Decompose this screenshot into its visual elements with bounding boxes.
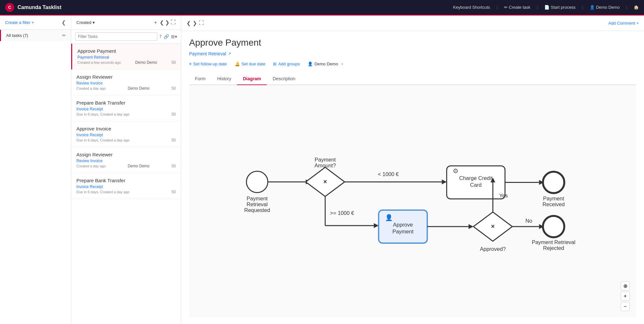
keyboard-shortcuts-link[interactable]: Keyboard Shortcuts — [453, 5, 490, 10]
zoom-in-btn[interactable]: + — [621, 292, 630, 301]
task-list-panel: Created ▾ + ❮ ❯ ⛶ 7 🔗 ⊞▾ Approve Payment… — [71, 16, 181, 324]
svg-text:No: No — [525, 218, 532, 224]
task-process: Review Invoice — [76, 159, 176, 163]
svg-text:Amount?: Amount? — [314, 162, 336, 168]
task-title: Approve Payment — [189, 38, 636, 48]
filter-bar: 7 🔗 ⊞▾ — [71, 30, 181, 44]
task-meta: Created a few seconds ago Demo Demo 50 — [77, 60, 176, 65]
task-process: Review Invoice — [76, 81, 176, 85]
remove-assignee-btn[interactable]: × — [341, 61, 344, 66]
add-groups-btn[interactable]: ⊞ Add groups — [273, 61, 300, 66]
start-event — [246, 171, 268, 193]
task-list-item[interactable]: Approve Payment Payment Retrieval Create… — [71, 44, 181, 70]
home-button[interactable]: 🏠 — [634, 5, 639, 10]
task-process-link[interactable]: Payment Retrieval ↗ — [189, 51, 636, 56]
task-name: Prepare Bank Transfer — [76, 178, 176, 183]
zoom-out-btn[interactable]: − — [621, 302, 630, 311]
all-tasks-label: All tasks (7) — [6, 33, 28, 38]
set-due-btn[interactable]: 🔔 Set due date — [235, 61, 266, 66]
nav-actions: Keyboard Shortcuts | ✏ Create task | 📄 S… — [453, 5, 639, 10]
svg-text:Received: Received — [542, 201, 565, 207]
create-task-link[interactable]: ✏ Create task — [504, 5, 530, 10]
collapse-sidebar-btn[interactable]: ❮ — [62, 19, 66, 26]
sidebar-header: Create a filter + ❮ — [0, 16, 71, 30]
tab-description[interactable]: Description — [267, 73, 301, 85]
task-date: Due in 6 days, Created a day ago — [76, 112, 130, 116]
svg-text:Retrieval: Retrieval — [247, 201, 268, 207]
sort-button[interactable]: Created ▾ — [76, 20, 95, 25]
svg-text:Yes: Yes — [499, 193, 508, 198]
right-panel-nav: ❮ ❯ ⛶ — [186, 20, 204, 26]
tab-history[interactable]: History — [211, 73, 237, 85]
task-process: Invoice Receipt — [76, 184, 176, 189]
task-list-item[interactable]: Assign Reviewer Review Invoice Created a… — [71, 70, 181, 95]
task-process: Invoice Receipt — [76, 107, 176, 111]
task-date: Due in 6 days, Created a day ago — [76, 190, 130, 194]
nav-right-icon[interactable]: ❯ — [193, 20, 197, 26]
left-sidebar: Create a filter + ❮ All tasks (7) ✏ — [0, 16, 71, 324]
task-list-nav-arrows: ❮ ❯ ⛶ — [160, 19, 176, 26]
task-meta: Due in 6 days, Created a day ago 50 — [76, 112, 176, 117]
main-layout: Create a filter + ❮ All tasks (7) ✏ Crea… — [0, 16, 644, 324]
svg-text:Approve: Approve — [393, 222, 413, 228]
task-actions-row: ≡ Set follow-up date 🔔 Set due date ⊞ Ad… — [189, 61, 636, 66]
expand-task-list-btn[interactable]: ❯ — [165, 19, 169, 26]
svg-text:Payment: Payment — [392, 229, 414, 234]
svg-marker-12 — [374, 223, 378, 228]
add-task-btn[interactable]: + — [154, 20, 157, 26]
diagram-area: Payment Retrieval Requested × Payment Am… — [189, 85, 636, 318]
task-meta: Created a day ago Demo Demo 50 — [76, 86, 176, 91]
add-comment-btn[interactable]: Add Comment + — [608, 21, 639, 26]
task-date: Created a few seconds ago — [77, 61, 121, 64]
expand-icon[interactable]: ⛶ — [199, 20, 204, 26]
filter-count: 7 — [159, 34, 162, 39]
task-meta: Created a day ago Demo Demo 50 — [76, 164, 176, 168]
filter-tasks-input[interactable] — [75, 32, 157, 41]
user-icon: 👤 — [590, 5, 596, 10]
all-tasks-item[interactable]: All tasks (7) ✏ — [0, 30, 71, 41]
bell-icon: 🔔 — [235, 61, 240, 66]
task-list-item[interactable]: Prepare Bank Transfer Invoice Receipt Du… — [71, 95, 181, 121]
svg-text:Payment: Payment — [543, 196, 564, 201]
task-tabs: Form History Diagram Description — [189, 73, 636, 85]
edit-filter-icon[interactable]: ✏ — [62, 33, 66, 38]
set-followup-btn[interactable]: ≡ Set follow-up date — [189, 61, 227, 66]
task-date: Created a day ago — [76, 86, 106, 90]
svg-text:👤: 👤 — [385, 214, 393, 221]
task-priority: 50 — [172, 164, 176, 168]
right-panel: ❮ ❯ ⛶ Add Comment + Approve Payment Paym… — [181, 16, 644, 324]
task-priority: 50 — [172, 190, 176, 194]
assignee-btn: 👤 Demo Demo × — [308, 61, 344, 66]
end-event-success — [543, 172, 564, 193]
fullscreen-btn[interactable]: ⛶ — [171, 19, 176, 26]
task-process: Payment Retrieval — [77, 55, 176, 60]
end-event-reject — [543, 216, 564, 237]
task-priority: 50 — [172, 112, 176, 117]
tab-diagram[interactable]: Diagram — [237, 73, 267, 85]
task-name: Prepare Bank Transfer — [76, 100, 176, 106]
task-list-item[interactable]: Prepare Bank Transfer Invoice Receipt Du… — [71, 173, 181, 199]
diagram-controls: ⊕ + − — [621, 281, 630, 311]
collapse-task-list-btn[interactable]: ❮ — [160, 19, 164, 26]
user-menu[interactable]: 👤 Demo Demo — [590, 5, 620, 10]
sort-options-icon[interactable]: ⊞▾ — [171, 34, 177, 39]
task-list-item[interactable]: Approve Invoice Invoice Receipt Due in 6… — [71, 121, 181, 147]
tab-form[interactable]: Form — [189, 73, 211, 85]
reset-diagram-btn[interactable]: ⊕ — [621, 281, 630, 290]
start-process-link[interactable]: 📄 Start process — [544, 5, 575, 10]
nav-left-icon[interactable]: ❮ — [186, 20, 191, 26]
task-meta: Due in 6 days, Created a day ago 50 — [76, 190, 176, 194]
task-name: Approve Invoice — [76, 126, 176, 131]
task-priority: 50 — [172, 86, 176, 91]
groups-icon: ⊞ — [273, 61, 277, 66]
svg-text:Charge Credit: Charge Credit — [459, 175, 492, 181]
link-icon[interactable]: 🔗 — [164, 34, 169, 39]
app-title: Camunda Tasklist — [17, 5, 62, 10]
task-assignee: Demo Demo — [128, 164, 149, 168]
task-name: Approve Payment — [77, 48, 176, 54]
create-filter-btn[interactable]: Create a filter + — [5, 20, 34, 25]
task-list-header: Created ▾ + ❮ ❯ ⛶ — [71, 16, 181, 30]
start-event-label: Payment — [247, 196, 268, 201]
task-list-item[interactable]: Assign Reviewer Review Invoice Created a… — [71, 147, 181, 173]
brand: C Camunda Tasklist — [5, 3, 453, 12]
